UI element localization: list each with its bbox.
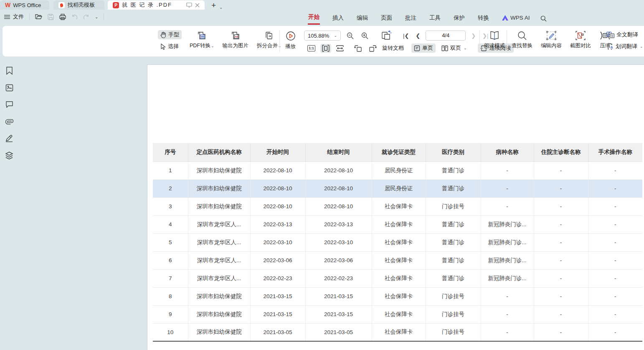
pdf-convert-chevron-icon: ⌄ <box>211 44 214 48</box>
layers-icon[interactable] <box>5 151 13 160</box>
menu-bar: 文件 ⌄ 开 <box>0 10 644 26</box>
table-cell: - <box>534 305 588 323</box>
double-page-icon <box>441 45 448 51</box>
screenshot-compare-label: 截图对比 <box>570 42 591 49</box>
table-cell: 2022-03-13 <box>250 215 305 233</box>
quick-access-chevron-icon[interactable]: ⌄ <box>95 15 98 19</box>
signature-icon[interactable] <box>5 134 13 142</box>
menu-tab-insert[interactable]: 插入 <box>332 13 344 24</box>
table-cell: 居民身份证 <box>372 179 426 197</box>
find-replace-button[interactable]: 查找替换 <box>510 29 535 51</box>
replace-pages-icon[interactable] <box>379 30 393 41</box>
svg-text:x: x <box>608 44 610 47</box>
menu-tab-tools[interactable]: 工具 <box>429 13 441 24</box>
menu-tab-convert[interactable]: 转换 <box>477 13 489 24</box>
tab-document[interactable]: P 就 医 记 录 .PDF <box>108 0 205 10</box>
pdf-convert-button[interactable]: W PDF转换⌄ <box>188 29 216 51</box>
comments-icon[interactable] <box>5 101 13 108</box>
table-cell: 2021-03-15 <box>250 305 305 323</box>
table-cell: - <box>534 197 588 215</box>
window-tab-bar: W WPS Office 找稻壳模板 P 就 医 记 录 .PDF + ⌄ <box>0 0 644 10</box>
document-viewport[interactable]: 序号定点医药机构名称开始时间结束时间就诊凭证类型医疗类别病种名称住院主诊断名称手… <box>18 56 644 350</box>
table-cell: 普通门诊 <box>426 179 481 197</box>
table-cell: 门诊挂号 <box>426 323 481 341</box>
table-row: 8深圳市妇幼保健院2021-03-152021-03-15社会保障卡门诊挂号--… <box>153 287 642 305</box>
single-page-button[interactable]: 单页 <box>411 43 436 53</box>
table-cell: 2022-03-10 <box>305 233 372 251</box>
print-icon[interactable] <box>59 14 66 20</box>
actual-size-button[interactable]: 1:1 <box>306 44 317 52</box>
menu-search-icon[interactable] <box>540 15 547 22</box>
word-translate-label: 划词翻译 <box>616 43 637 50</box>
rotate-right-icon[interactable] <box>367 43 379 53</box>
new-tab-button[interactable]: + <box>211 1 216 10</box>
read-mode-button[interactable]: 阅读模式 <box>482 29 507 51</box>
table-cell: - <box>534 287 588 305</box>
thumbnails-icon[interactable] <box>5 84 13 92</box>
fit-page-button[interactable] <box>320 44 331 53</box>
menu-tab-annotate[interactable]: 批注 <box>405 13 417 24</box>
table-cell: - <box>534 323 588 341</box>
table-cell: 普通门诊 <box>426 161 481 179</box>
table-cell: - <box>588 233 642 251</box>
single-page-icon <box>414 45 420 51</box>
table-cell: 2022-03-13 <box>305 215 372 233</box>
next-page-button[interactable]: ❯ <box>470 32 477 40</box>
hand-tool-button[interactable]: 手型 <box>158 30 182 39</box>
tab-list-chevron-icon[interactable]: ⌄ <box>219 5 223 10</box>
table-cell: 2 <box>153 179 188 197</box>
open-file-icon[interactable] <box>35 14 42 20</box>
table-cell: 2021-03-05 <box>305 323 372 341</box>
full-translate-icon: A 字 <box>606 32 614 38</box>
pdf-convert-label: PDF转换 <box>190 43 210 49</box>
fit-width-button[interactable] <box>335 44 345 52</box>
wps-logo-icon: W <box>5 2 10 8</box>
tab-docer[interactable]: 找稻壳模板 <box>53 0 104 10</box>
table-cell: 普通门诊 <box>426 215 481 233</box>
edit-content-button[interactable]: 编辑内容 <box>539 29 564 51</box>
page-number-input[interactable]: 4/4 <box>426 31 466 41</box>
tab-wps-home[interactable]: W WPS Office <box>0 0 49 10</box>
table-cell: 2022-03-06 <box>250 251 305 269</box>
table-cell: 2022-08-10 <box>305 161 372 179</box>
bookmark-icon[interactable] <box>6 66 13 75</box>
previous-page-button[interactable]: ❮ <box>414 32 421 40</box>
rotate-doc-label: 旋转文档 <box>382 44 404 52</box>
zoom-in-icon[interactable] <box>360 31 370 40</box>
table-cell: - <box>534 269 588 287</box>
rotate-left-icon[interactable] <box>352 43 364 53</box>
menu-tab-edit[interactable]: 编辑 <box>356 13 368 24</box>
enter-focus-mode-icon[interactable] <box>186 3 192 8</box>
play-button[interactable]: 播放 <box>283 29 298 52</box>
table-row: 3深圳市妇幼保健院2022-08-102022-08-10社会保障卡门诊挂号--… <box>153 197 642 215</box>
export-image-button[interactable]: 输出为图片 <box>221 29 251 51</box>
select-tool-button[interactable]: 选择 <box>158 42 182 51</box>
zoom-out-icon[interactable] <box>345 31 355 40</box>
close-tab-icon[interactable] <box>195 3 200 8</box>
table-cell: - <box>588 305 642 323</box>
table-cell: 5 <box>153 233 188 251</box>
edit-content-label: 编辑内容 <box>541 42 562 49</box>
word-translate-chevron-icon: ⌄ <box>640 44 643 49</box>
first-page-button[interactable]: |❮ <box>402 32 410 40</box>
save-icon[interactable] <box>48 14 54 20</box>
zoom-level-select[interactable]: 105.88% ⌄ <box>304 31 341 41</box>
menu-tab-page[interactable]: 页面 <box>380 13 393 24</box>
double-page-button[interactable]: 双页 ⌄ <box>439 43 469 53</box>
table-cell: 新冠肺炎门诊... <box>481 215 534 233</box>
word-translate-button[interactable]: x A 划词翻译 ⌄ <box>604 42 644 51</box>
table-header-cell: 定点医药机构名称 <box>188 143 250 161</box>
table-cell: - <box>534 179 588 197</box>
table-row: 6深圳市龙华区人...2022-03-062022-03-06社会保障卡普通门诊… <box>153 251 642 269</box>
find-replace-label: 查找替换 <box>512 42 532 49</box>
file-menu-button[interactable]: 文件 <box>4 13 24 20</box>
menu-tab-home[interactable]: 开始 <box>308 12 320 25</box>
table-cell: 居民身份证 <box>372 161 426 179</box>
full-translate-button[interactable]: A 字 全文翻译 <box>604 30 644 39</box>
table-row: 4深圳市龙华区人...2022-03-132022-03-13社会保障卡普通门诊… <box>153 215 642 233</box>
table-cell: 2022-02-23 <box>305 269 372 287</box>
screenshot-compare-button[interactable]: 截图对比 <box>568 29 593 51</box>
menu-tab-protect[interactable]: 保护 <box>453 13 465 24</box>
menu-tab-wps-ai[interactable]: WPS AI <box>502 13 530 23</box>
attachment-icon[interactable] <box>5 117 13 125</box>
